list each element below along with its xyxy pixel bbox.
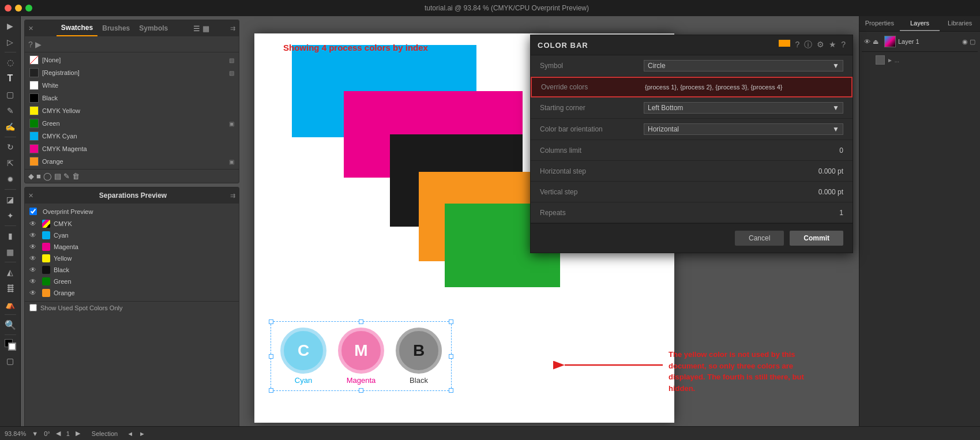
column-graph-tool[interactable]: ▮ (3, 228, 18, 243)
zoom-tool[interactable]: 🔍 (3, 317, 18, 332)
list-item[interactable]: Black (25, 92, 239, 104)
status-arrow-left[interactable]: ◄ (127, 430, 133, 437)
close-button[interactable] (5, 5, 12, 12)
layer-select-icon[interactable]: ▢ (970, 38, 975, 46)
dialog-star-icon[interactable]: ★ (829, 40, 836, 50)
list-item[interactable]: White (25, 79, 239, 92)
green-eye-icon[interactable]: 👁 (29, 277, 39, 285)
layer-eye-icon[interactable]: 👁 (864, 38, 870, 45)
gradient-tool[interactable]: ◭ (3, 265, 18, 280)
dialog-info-icon[interactable]: ⓘ (804, 40, 812, 50)
yellow-eye-icon[interactable]: 👁 (29, 254, 39, 262)
tab-swatches[interactable]: Swatches (57, 20, 97, 36)
grid-view-icon[interactable]: ▦ (202, 24, 209, 33)
pencil-tool[interactable]: ✍ (3, 119, 18, 134)
list-item[interactable]: 👁 CMYK (25, 218, 239, 230)
tab-properties[interactable]: Properties (859, 16, 900, 31)
eyedropper-tool[interactable]: 🛤 (3, 281, 18, 296)
list-item[interactable]: 👁 Black (25, 264, 239, 276)
list-item[interactable]: 👁 Cyan (25, 230, 239, 241)
list-item[interactable]: [None] ▧ (25, 54, 239, 66)
nav-next[interactable]: ▶ (76, 430, 80, 437)
swatch-none-icon: ▧ (229, 57, 234, 63)
symbol-sprayer[interactable]: ✦ (3, 208, 18, 223)
sep-green-label: Green (54, 278, 72, 285)
magenta-color-icon (42, 243, 50, 251)
swatch-footer-icon3[interactable]: ◯ (43, 172, 52, 180)
orange-eye-icon[interactable]: 👁 (29, 289, 39, 297)
list-item[interactable]: Green ▣ (25, 117, 239, 130)
cmyk-eye-icon[interactable]: 👁 (29, 220, 39, 228)
divider5 (5, 262, 16, 262)
vstep-input[interactable] (809, 188, 843, 196)
magenta-eye-icon[interactable]: 👁 (29, 243, 39, 251)
list-item[interactable]: CMYK Magenta (25, 142, 239, 155)
commit-button[interactable]: Commit (790, 231, 843, 246)
swatch-footer-icon6[interactable]: 🗑 (72, 172, 80, 180)
tab-libraries[interactable]: Libraries (940, 16, 980, 31)
scale-tool[interactable]: ⇱ (3, 156, 18, 171)
zoom-dropdown[interactable]: ▼ (32, 430, 38, 437)
tab-brushes[interactable]: Brushes (97, 20, 134, 36)
layer-vis-icon[interactable]: ◉ (962, 38, 968, 46)
type-tool[interactable]: T (3, 71, 18, 86)
shape-tool[interactable]: ▢ (3, 87, 18, 102)
screen-mode-btn[interactable]: ▢ (3, 353, 18, 368)
hstep-input[interactable] (809, 167, 843, 175)
paintbrush-tool[interactable]: ✎ (3, 103, 18, 118)
tab-layers[interactable]: Layers (900, 16, 940, 31)
repeats-input[interactable] (809, 209, 843, 217)
list-item[interactable]: 👁 Yellow (25, 253, 239, 264)
rotate-tool[interactable]: ↻ (3, 140, 18, 155)
swatch-footer-icon2[interactable]: ■ (36, 172, 41, 180)
separations-collapse-btn[interactable]: ⇉ (230, 192, 235, 200)
dialog-close-icon[interactable]: ? (841, 40, 846, 50)
cancel-button[interactable]: Cancel (735, 231, 784, 246)
direct-selection-tool[interactable]: ▷ (3, 35, 18, 50)
list-item[interactable]: CMYK Cyan (25, 130, 239, 142)
separations-close-btn[interactable]: ✕ (28, 192, 33, 200)
layer-lock-icon[interactable]: ⏏ (873, 38, 882, 46)
spot-colors-checkbox[interactable] (29, 304, 37, 311)
black-eye-icon[interactable]: 👁 (29, 266, 39, 274)
nav-prev[interactable]: ◀ (56, 430, 61, 437)
list-item[interactable]: 👁 Orange (25, 287, 239, 299)
corner-select[interactable]: Left Bottom ▼ (644, 102, 843, 114)
warp-tool[interactable]: ✹ (3, 172, 18, 187)
list-item[interactable]: 👁 Magenta (25, 241, 239, 253)
fill-stroke[interactable] (3, 337, 18, 352)
override-value[interactable]: {process 1}, {process 2}, {process 3}, {… (645, 84, 842, 91)
measure-tool[interactable]: ⛺ (3, 297, 18, 312)
sep-overprint-row[interactable]: Overprint Preview (25, 206, 239, 217)
list-item[interactable]: Orange ▣ (25, 155, 239, 168)
cyan-eye-icon[interactable]: 👁 (29, 231, 39, 239)
swatch-none-color (29, 55, 39, 65)
maximize-button[interactable] (25, 5, 32, 12)
symbol-select[interactable]: Circle ▼ (644, 60, 843, 72)
minimize-button[interactable] (15, 5, 22, 12)
dialog-settings-icon[interactable]: ⚙ (817, 40, 824, 50)
dialog-help-icon[interactable]: ? (795, 40, 799, 50)
swatch-footer-icon4[interactable]: ▤ (54, 172, 61, 180)
overprint-checkbox[interactable] (29, 208, 37, 215)
orientation-select[interactable]: Horizontal ▼ (644, 123, 843, 135)
swatch-footer-icon5[interactable]: ✎ (63, 172, 70, 180)
mesh-tool[interactable]: ▦ (3, 245, 18, 260)
selection-tool[interactable]: ▶ (3, 18, 18, 33)
swatch-footer-icon1[interactable]: ◆ (28, 172, 34, 180)
swatch-options-icon[interactable]: ▶ (35, 40, 42, 49)
list-item[interactable]: [Registration] ▧ (25, 66, 239, 79)
pen-tool[interactable]: ◌ (3, 55, 18, 70)
panel-collapse-btn[interactable]: ⇉ (230, 25, 235, 32)
list-item[interactable]: CMYK Yellow (25, 104, 239, 117)
columns-input[interactable] (809, 146, 843, 155)
tab-symbols[interactable]: Symbols (134, 20, 172, 36)
help-icon[interactable]: ? (28, 40, 33, 49)
swatches-close-btn[interactable]: ✕ (28, 25, 33, 32)
list-item[interactable]: 👁 Green (25, 276, 239, 287)
list-view-icon[interactable]: ☰ (193, 24, 200, 33)
blend-tool[interactable]: ◪ (3, 192, 18, 207)
dialog-header-icons: ? ⓘ ⚙ ★ ? (779, 40, 846, 50)
status-arrow-right[interactable]: ► (139, 430, 145, 437)
separations-header: ✕ Separations Preview ⇉ (25, 187, 239, 204)
